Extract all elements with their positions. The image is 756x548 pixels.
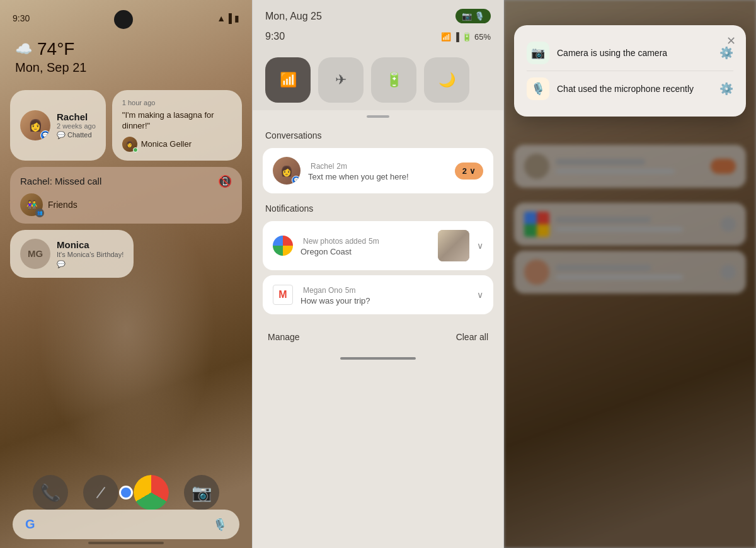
monica-name: Monica <box>57 239 123 250</box>
monica-message: It's Monica's Birthday! <box>57 250 123 259</box>
gmail-notif-sender: Megan Ono5m <box>301 284 469 295</box>
rachel-expand-badge[interactable]: 2 ∨ <box>455 163 483 180</box>
missed-call-header: Rachel: Missed call 📵 <box>20 174 232 188</box>
mic-app-icon: 🎙️ <box>527 77 549 100</box>
shade-footer: Manage Clear all <box>253 322 503 352</box>
privacy-popup: ✕ 📷 Camera is using the camera ⚙️ 🎙️ Cha… <box>514 25 746 117</box>
photos-app-icon <box>273 236 293 256</box>
privacy-indicator-badge[interactable]: 📷 🎙️ <box>455 9 491 23</box>
bg-line-6 <box>556 275 683 280</box>
clear-all-button[interactable]: Clear all <box>456 332 488 342</box>
bg-content-3 <box>556 265 714 280</box>
monica-avatar: MG <box>20 239 50 269</box>
gmail-expand-chevron[interactable]: ∨ <box>477 290 483 300</box>
bg-avatar-2 <box>524 212 549 237</box>
bg-line-2 <box>556 169 675 174</box>
bg-chevron-2 <box>721 265 736 280</box>
shade-drag-handle <box>367 115 389 118</box>
mic-settings-button[interactable]: ⚙️ <box>719 82 733 96</box>
weather-icon: ☁️ <box>15 41 32 57</box>
airplane-tile-icon: ✈ <box>335 72 346 88</box>
message-sender: 👩 Monica Geller <box>122 137 232 152</box>
widget-row-2: Rachel: Missed call 📵 👫 👥 Friends <box>10 167 242 224</box>
google-search-bar[interactable]: G 🎙️ <box>13 510 239 539</box>
shade-wifi-icon: 📶 <box>441 32 451 42</box>
message-widget[interactable]: 1 hour ago "I'm making a lasagna for din… <box>112 90 242 161</box>
privacy-close-button[interactable]: ✕ <box>726 34 736 48</box>
message-time: 1 hour ago <box>122 99 232 106</box>
camera-notch <box>114 10 133 29</box>
weather-widget: ☁️ 74°F Mon, Sep 21 <box>0 29 252 85</box>
camera-settings-button[interactable]: ⚙️ <box>719 46 733 60</box>
rachel-badge-count: 2 <box>462 166 467 176</box>
rachel-notif-content: Rachel2m Text me when you get here! <box>308 160 447 181</box>
bg-notif-1 <box>514 145 746 188</box>
rachel-time: 2 weeks ago <box>57 122 96 130</box>
bg-line-3 <box>556 217 651 223</box>
chrome-dock-icon[interactable] <box>134 475 169 510</box>
battery-saver-tile[interactable]: 🔋 <box>371 57 416 103</box>
photo-thumb-image <box>438 230 469 261</box>
missed-call-footer: 👫 👥 Friends <box>20 193 232 216</box>
bg-avatar-1 <box>524 154 549 179</box>
friends-label: Friends <box>48 200 77 210</box>
bg-section-label <box>514 193 746 203</box>
mic-active-icon: 🎙️ <box>474 11 484 21</box>
gmail-notif-content: Megan Ono5m How was your trip? <box>301 284 469 305</box>
online-indicator <box>133 147 138 152</box>
notification-shade: Mon, Aug 25 📷 🎙️ 9:30 📶 ▐ 🔋 65% 📶 ✈ 🔋 🌙 <box>252 0 504 548</box>
widget-row-1: 👩 💬 Rachel 2 weeks ago 💬 Chatted 1 hour … <box>10 90 242 161</box>
gmail-notif-msg: How was your trip? <box>301 296 469 305</box>
shade-time: 9:30 <box>265 31 285 42</box>
bg-content-2 <box>556 217 714 232</box>
photos-notif-subtitle: Oregon Coast <box>301 247 430 256</box>
voice-search-icon[interactable]: 🎙️ <box>213 518 227 532</box>
shade-status-bar: Mon, Aug 25 📷 🎙️ <box>253 0 503 28</box>
gmail-notification-card[interactable]: M Megan Ono5m How was your trip? ∨ <box>263 275 493 314</box>
message-quote: "I'm making a lasagna for dinner!" <box>122 110 232 132</box>
do-not-disturb-tile[interactable]: 🌙 <box>424 57 469 103</box>
rachel-widget[interactable]: 👩 💬 Rachel 2 weeks ago 💬 Chatted <box>10 90 106 161</box>
privacy-panel: ✕ 📷 Camera is using the camera ⚙️ 🎙️ Cha… <box>504 0 756 548</box>
manage-button[interactable]: Manage <box>268 332 300 342</box>
privacy-indicators[interactable]: 📷 🎙️ <box>455 9 491 23</box>
airplane-tile[interactable]: ✈ <box>318 57 364 103</box>
messenger-notif-badge: 💬 <box>292 176 301 185</box>
rachel-notif-msg: Text me when you get here! <box>308 172 447 181</box>
gmail-app-icon: M <box>273 285 293 305</box>
photos-notification-card[interactable]: New photos added5m Oregon Coast ∨ <box>263 221 493 270</box>
app-dock: 📞 📷 <box>33 475 219 510</box>
shade-battery-percent: 65% <box>474 32 491 42</box>
monica-status: 💬 <box>57 260 123 268</box>
bg-notif-3 <box>514 251 746 294</box>
missed-call-widget[interactable]: Rachel: Missed call 📵 👫 👥 Friends <box>10 167 242 224</box>
bg-line-4 <box>556 227 683 232</box>
photos-expand-chevron[interactable]: ∨ <box>477 241 483 251</box>
camera-dock-icon[interactable]: 📷 <box>184 475 219 510</box>
widget-row-3: MG Monica It's Monica's Birthday! 💬 <box>10 230 242 278</box>
shade-time-row: 9:30 📶 ▐ 🔋 65% <box>253 28 503 50</box>
camera-privacy-text: Camera is using the camera <box>557 48 712 58</box>
phone-dock-icon[interactable]: 📞 <box>33 475 68 510</box>
friends-avatar: 👫 👥 <box>20 193 43 216</box>
rachel-conversation-card[interactable]: 👩 💬 Rachel2m Text me when you get here! … <box>263 148 493 193</box>
photos-notif-time: 5m <box>369 237 379 246</box>
mic-icon: 🎙️ <box>531 82 545 96</box>
shade-signal-icon: ▐ <box>454 32 459 42</box>
rachel-status: 💬 Chatted <box>57 131 96 139</box>
camera-active-icon: 📷 <box>462 11 472 21</box>
monica-widget[interactable]: MG Monica It's Monica's Birthday! 💬 <box>10 230 134 278</box>
rachel-avatar: 👩 💬 <box>20 110 50 140</box>
bg-content-1 <box>556 159 704 174</box>
chrome-icon-outer <box>134 475 169 510</box>
camera-icon: 📷 <box>531 46 545 60</box>
bg-avatar-3 <box>524 260 549 285</box>
google-logo: G <box>25 517 35 532</box>
friends-app-badge: 👥 <box>35 208 44 217</box>
bg-notif-2 <box>514 203 746 246</box>
battery-icon: ▮ <box>234 13 239 23</box>
temperature-value: 74°F <box>37 39 74 59</box>
assistant-dock-icon[interactable] <box>83 475 118 510</box>
wifi-tile[interactable]: 📶 <box>265 57 311 103</box>
home-screen: 9:30 ▲▐ ▮ ☁️ 74°F Mon, Sep 21 👩 💬 Rachel <box>0 0 252 548</box>
